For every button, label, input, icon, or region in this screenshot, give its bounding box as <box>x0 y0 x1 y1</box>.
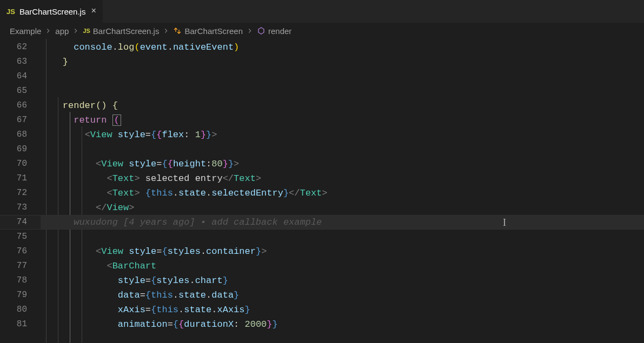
text-cursor-icon: I <box>503 217 506 228</box>
code-line[interactable]: <Text> selected entry</Text> <box>41 171 644 186</box>
code-line[interactable]: animation={{durationX: 2000}} <box>41 317 644 332</box>
line-number: 73 <box>0 200 41 215</box>
breadcrumb-file[interactable]: JS BarChartScreen.js <box>83 26 159 36</box>
code-line[interactable]: } <box>41 55 644 69</box>
line-number: 76 <box>0 244 41 259</box>
code-line[interactable] <box>41 69 644 84</box>
code-line-current[interactable]: wuxudong [4 years ago] • add callback ex… <box>41 215 644 230</box>
line-number: 63 <box>0 55 41 69</box>
code-line[interactable]: render() { <box>41 98 644 113</box>
js-file-icon: JS <box>6 8 15 16</box>
breadcrumb-folder[interactable]: app <box>55 26 69 36</box>
code-line[interactable]: <View style={styles.container}> <box>41 244 644 259</box>
code-line[interactable]: style={styles.chart} <box>41 273 644 288</box>
code-line[interactable] <box>41 84 644 98</box>
line-number: 65 <box>0 84 41 98</box>
line-number: 70 <box>0 157 41 171</box>
code-line[interactable]: xAxis={this.state.xAxis} <box>41 302 644 317</box>
line-number: 77 <box>0 259 41 273</box>
line-number: 66 <box>0 98 41 113</box>
line-number: 64 <box>0 69 41 84</box>
breadcrumb: Example app JS BarChartScreen.js BarChar… <box>0 23 644 39</box>
line-number: 80 <box>0 302 41 317</box>
code-line[interactable]: data={this.state.data} <box>41 288 644 302</box>
tab-bar: JS BarChartScreen.js × <box>0 0 644 23</box>
tab-active[interactable]: JS BarChartScreen.js × <box>0 0 103 23</box>
line-number: 67 <box>0 113 41 127</box>
code-line[interactable]: return ( <box>41 113 644 127</box>
chevron-right-icon <box>162 27 170 35</box>
chevron-right-icon <box>246 27 254 35</box>
code-line[interactable]: console.log(event.nativeEvent) <box>41 40 644 55</box>
chevron-right-icon <box>44 27 52 35</box>
chevron-right-icon <box>72 27 79 35</box>
code-line[interactable]: <BarChart <box>41 259 644 273</box>
gitlens-blame: wuxudong [4 years ago] • add callback ex… <box>74 217 322 227</box>
breadcrumb-class[interactable]: BarChartScreen <box>173 26 243 36</box>
line-number: 81 <box>0 317 41 332</box>
code-line[interactable] <box>41 230 644 244</box>
line-number: 62 <box>0 40 41 55</box>
editor[interactable]: 6263646566676869707172737475767778798081… <box>0 39 644 343</box>
code-line[interactable]: <View style={{flex: 1}}> <box>41 127 644 142</box>
line-number: 68 <box>0 127 41 142</box>
line-number: 69 <box>0 142 41 157</box>
code-line[interactable] <box>41 142 644 157</box>
breadcrumb-method[interactable]: render <box>257 26 291 36</box>
method-icon <box>257 26 265 35</box>
code-area[interactable]: console.log(event.nativeEvent) } render(… <box>41 39 644 343</box>
code-line[interactable]: <View style={{height:80}}> <box>41 157 644 171</box>
line-gutter: 6263646566676869707172737475767778798081 <box>0 39 41 343</box>
tab-title: BarChartScreen.js <box>19 7 86 16</box>
breadcrumb-folder[interactable]: Example <box>10 26 41 36</box>
js-file-icon: JS <box>83 28 90 34</box>
line-number: 79 <box>0 288 41 302</box>
close-icon[interactable]: × <box>90 6 97 16</box>
code-line[interactable]: </View> <box>41 200 644 215</box>
line-number: 78 <box>0 273 41 288</box>
line-number: 75 <box>0 230 41 244</box>
line-number: 72 <box>0 186 41 200</box>
code-line[interactable]: <Text> {this.state.selectedEntry}</Text> <box>41 186 644 200</box>
class-icon <box>173 26 182 35</box>
line-number: 71 <box>0 171 41 186</box>
